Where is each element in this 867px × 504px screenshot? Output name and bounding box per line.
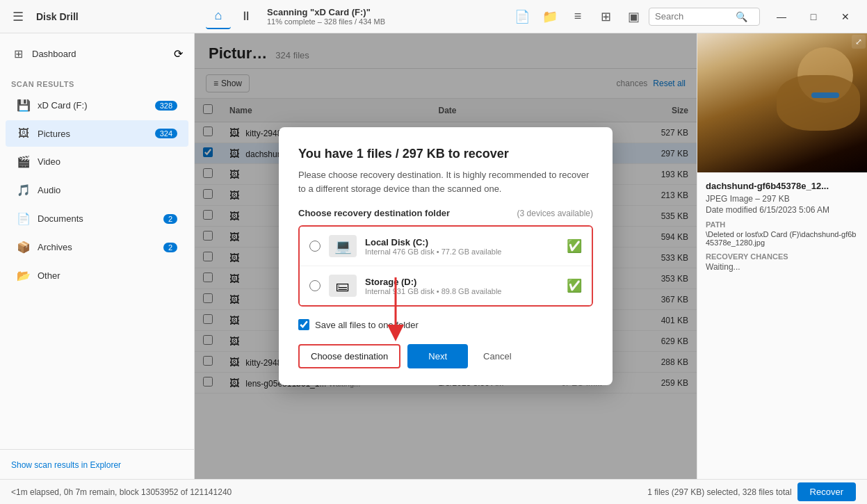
other-icon: 📂 [17, 269, 31, 282]
archives-badge: 2 [163, 243, 177, 252]
titlebar-center: ⌂ ⏸ Scanning "xD Card (F:)" 11% complete… [200, 4, 765, 29]
expand-preview-icon[interactable]: ⤢ [852, 35, 866, 49]
storage-disk-check-icon: ✅ [567, 278, 582, 293]
dashboard-icon: ⊞ [11, 47, 25, 60]
preview-filetype: JPEG Image – 297 KB [706, 194, 859, 204]
documents-icon: 📄 [17, 212, 31, 225]
modal-section-header: Choose recovery destination folder (3 de… [298, 208, 593, 218]
sidebar-item-video[interactable]: 🎬 Video [6, 148, 188, 175]
documents-label: Documents [38, 213, 156, 224]
home-button[interactable]: ⌂ [206, 4, 231, 29]
sidebar-item-dashboard[interactable]: ⊞ Dashboard [11, 42, 76, 66]
device-list: 💻 Local Disk (C:) Internal 476 GB disk •… [298, 225, 593, 307]
scan-results-label: Scan results [0, 74, 194, 91]
search-box: 🔍 [649, 8, 760, 26]
recovery-chances-label: Recovery chances [706, 252, 859, 261]
right-panel: ⤢ dachshund-gf6b45378e_12... JPEG Image … [697, 33, 867, 479]
xd-card-label: xD Card (F:) [38, 100, 148, 111]
archives-icon: 📦 [17, 241, 31, 254]
path-label: Path [706, 220, 859, 229]
local-disk-name: Local Disk (C:) [365, 237, 558, 247]
sidebar: ⊞ Dashboard ⟳ Scan results 💾 xD Card (F:… [0, 33, 195, 479]
main-layout: ⊞ Dashboard ⟳ Scan results 💾 xD Card (F:… [0, 33, 867, 479]
statusbar: <1m elapsed, 0h 7m remain, block 1305395… [0, 479, 867, 504]
preview-area: ⤢ [697, 33, 867, 172]
pictures-badge: 324 [155, 129, 177, 138]
sidebar-item-archives[interactable]: 📦 Archives 2 [6, 234, 188, 261]
video-label: Video [38, 156, 177, 167]
modal-section-label: Choose recovery destination folder [298, 208, 450, 218]
sidebar-item-other[interactable]: 📂 Other [6, 262, 188, 289]
window-controls: — □ ✕ [765, 6, 861, 28]
modal-title: You have 1 files / 297 KB to recover [298, 147, 593, 161]
file-path: \Deleted or lost\xD Card (F)\dachshund-g… [706, 230, 859, 247]
show-explorer-button[interactable]: Show scan results in Explorer [11, 460, 121, 470]
local-disk-check-icon: ✅ [567, 238, 582, 254]
choose-destination-button[interactable]: Choose destination [298, 344, 400, 368]
xd-card-badge: 328 [155, 101, 177, 111]
pictures-icon: 🖼 [17, 127, 31, 140]
recovery-modal: You have 1 files / 297 KB to recover Ple… [279, 127, 613, 385]
sidebar-item-documents[interactable]: 📄 Documents 2 [6, 205, 188, 232]
device-item-storage-d[interactable]: 🖴 Storage (D:) Internal 931 GB disk • 89… [300, 266, 592, 305]
storage-disk-desc: Internal 931 GB disk • 89.8 GB available [365, 287, 558, 295]
titlebar: ☰ Disk Drill ⌂ ⏸ Scanning "xD Card (F:)"… [0, 0, 867, 33]
pictures-label: Pictures [38, 129, 148, 139]
maximize-button[interactable]: □ [797, 6, 829, 28]
recovery-chances-value: Waiting... [706, 262, 859, 272]
sidebar-item-pictures[interactable]: 🖼 Pictures 324 [6, 120, 188, 147]
preview-filedate: Date modified 6/15/2023 5:06 AM [706, 205, 859, 215]
preview-image: ⤢ [697, 33, 867, 172]
sidebar-footer: Show scan results in Explorer [0, 449, 194, 479]
preview-filename: dachshund-gf6b45378e_12... [706, 181, 859, 191]
scan-progress: 11% complete – 328 files / 434 MB [267, 17, 507, 26]
device-radio-local-c[interactable] [309, 241, 321, 252]
pause-button[interactable]: ⏸ [234, 4, 259, 29]
grid-view-button[interactable]: ⊞ [593, 4, 618, 29]
modal-overlay: You have 1 files / 297 KB to recover Ple… [195, 33, 697, 479]
minimize-button[interactable]: — [765, 6, 797, 28]
local-disk-desc: Internal 476 GB disk • 77.2 GB available [365, 247, 558, 256]
save-folder-label: Save all files to one folder [315, 320, 419, 330]
device-radio-storage-d[interactable] [309, 280, 321, 291]
modal-devices-count: (3 devices available) [517, 209, 593, 218]
documents-badge: 2 [163, 214, 177, 224]
sidebar-item-audio[interactable]: 🎵 Audio [6, 177, 188, 204]
list-view-button[interactable]: ≡ [565, 4, 590, 29]
cancel-button[interactable]: Cancel [475, 346, 519, 367]
local-disk-icon: 💻 [329, 235, 357, 257]
titlebar-left: ☰ Disk Drill [6, 4, 200, 29]
selection-info: 1 files (297 KB) selected, 328 files tot… [647, 487, 791, 497]
elapsed-time: <1m elapsed, 0h 7m remain, block 1305395… [11, 487, 232, 497]
modal-description: Please choose recovery destination. It i… [298, 168, 593, 195]
audio-label: Audio [38, 185, 177, 195]
doc-view-button[interactable]: 📄 [510, 4, 535, 29]
storage-disk-name: Storage (D:) [365, 277, 558, 287]
search-icon: 🔍 [736, 11, 747, 22]
loading-spinner: ⟳ [174, 47, 183, 60]
search-input[interactable] [655, 11, 731, 22]
sidebar-header: ⊞ Dashboard ⟳ [0, 33, 194, 74]
archives-label: Archives [38, 242, 156, 252]
file-details: dachshund-gf6b45378e_12... JPEG Image – … [697, 172, 867, 479]
scan-title: Scanning "xD Card (F:)" [267, 7, 507, 17]
hamburger-menu-button[interactable]: ☰ [6, 4, 31, 29]
scan-info: Scanning "xD Card (F:)" 11% complete – 3… [261, 7, 507, 26]
audio-icon: 🎵 [17, 184, 31, 197]
save-folder-checkbox[interactable] [298, 319, 309, 330]
folder-view-button[interactable]: 📁 [537, 4, 562, 29]
sidebar-item-xd-card[interactable]: 💾 xD Card (F:) 328 [6, 92, 188, 119]
storage-disk-icon: 🖴 [329, 275, 357, 297]
app-title: Disk Drill [36, 11, 79, 22]
modal-footer: Choose destination Next Cancel [298, 344, 593, 368]
dashboard-label: Dashboard [32, 49, 76, 59]
panel-view-button[interactable]: ▣ [621, 4, 646, 29]
recover-button[interactable]: Recover [797, 482, 856, 501]
other-label: Other [38, 270, 177, 281]
close-button[interactable]: ✕ [829, 6, 861, 28]
drive-icon: 💾 [17, 99, 31, 112]
device-item-local-c[interactable]: 💻 Local Disk (C:) Internal 476 GB disk •… [300, 227, 592, 266]
video-icon: 🎬 [17, 155, 31, 168]
next-button[interactable]: Next [407, 344, 468, 368]
save-folder-row: Save all files to one folder [298, 319, 593, 330]
